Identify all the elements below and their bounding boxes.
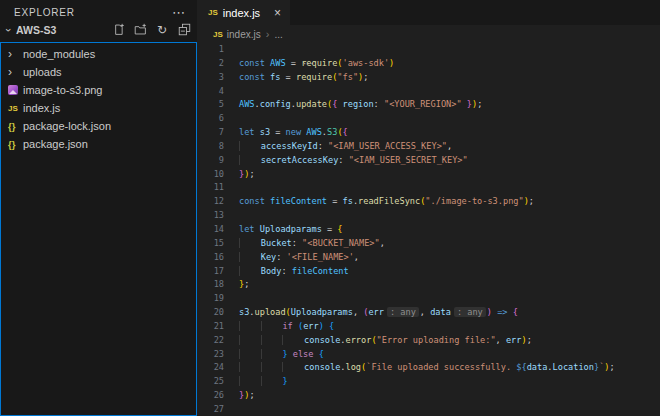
- tree-item-index.js[interactable]: JSindex.js: [1, 99, 196, 117]
- code-token: [261, 335, 283, 345]
- line-number: 21: [197, 320, 224, 334]
- code-token: ;: [610, 362, 615, 372]
- more-actions-icon[interactable]: ⋯: [172, 9, 185, 17]
- code-token: ;: [477, 99, 482, 109]
- section-title: AWS-S3: [16, 24, 111, 36]
- tree-item-uploads[interactable]: ›uploads: [1, 63, 196, 81]
- code-token: region: [343, 99, 374, 109]
- tab-index-js[interactable]: JS index.js ×: [197, 0, 290, 25]
- code-line[interactable]: 19: [197, 292, 660, 306]
- close-icon[interactable]: ×: [274, 6, 281, 20]
- code-token: [239, 376, 261, 386]
- code-token: Body: [261, 266, 282, 276]
- code-token: =: [286, 58, 302, 68]
- code-token: {: [329, 321, 334, 331]
- collapse-all-icon[interactable]: [177, 23, 191, 37]
- code-token: let: [239, 127, 255, 137]
- line-number: 24: [197, 361, 224, 375]
- code-line[interactable]: 12const fileContent = fs.readFileSync(".…: [197, 195, 660, 209]
- code-line[interactable]: 27: [197, 403, 660, 416]
- code-token: :: [338, 155, 348, 165]
- code-token: "<IAM_USER_ACCESS_KEY>": [328, 141, 447, 151]
- code-line[interactable]: 22 console.error("Error uploading file:"…: [197, 334, 660, 348]
- explorer-sidebar: EXPLORER ⋯ › AWS-S3 ↻ ›node_modules›uplo…: [0, 0, 197, 416]
- code-line[interactable]: 3const fs = require("fs");: [197, 71, 660, 85]
- js-file-icon: JS: [208, 8, 218, 17]
- code-line[interactable]: 8 accessKeyId: "<IAM_USER_ACCESS_KEY>",: [197, 140, 660, 154]
- code-token: AWS: [306, 127, 322, 137]
- breadcrumb-more[interactable]: ...: [274, 29, 282, 40]
- code-line[interactable]: 13: [197, 209, 660, 223]
- chevron-down-icon[interactable]: ›: [3, 25, 15, 35]
- code-token: Location: [553, 362, 594, 372]
- code-text: } else {: [239, 348, 324, 362]
- code-token: =: [327, 196, 343, 206]
- file-label: index.js: [23, 102, 60, 114]
- code-line[interactable]: 4: [197, 85, 660, 99]
- code-token: err: [506, 335, 522, 345]
- code-token: ): [389, 58, 394, 68]
- file-tree[interactable]: ›node_modules›uploadsimage-to-s3.pngJSin…: [0, 42, 197, 416]
- tree-item-package.json[interactable]: {}package.json: [1, 135, 196, 153]
- code-line[interactable]: 17 Body: fileContent: [197, 265, 660, 279]
- code-token: ;: [363, 72, 368, 82]
- tree-item-image-to-s3.png[interactable]: image-to-s3.png: [1, 81, 196, 99]
- breadcrumb: JS index.js › ...: [197, 25, 660, 43]
- line-number: 3: [197, 71, 224, 85]
- code-line[interactable]: 1: [197, 43, 660, 57]
- tree-item-package-lock.json[interactable]: {}package-lock.json: [1, 117, 196, 135]
- code-line[interactable]: 26});: [197, 389, 660, 403]
- new-file-icon[interactable]: [111, 23, 125, 37]
- code-token: err: [303, 321, 319, 331]
- code-token: ;: [527, 335, 532, 345]
- code-line[interactable]: 11: [197, 181, 660, 195]
- code-editor[interactable]: 12const AWS = require('aws-sdk')3const f…: [197, 43, 660, 416]
- code-line[interactable]: 24 console.log(`File uploaded successful…: [197, 361, 660, 375]
- code-line[interactable]: 9 secretAccessKey: "<IAM_USER_SECRET_KEY…: [197, 154, 660, 168]
- code-token: Key: [261, 252, 277, 262]
- chevron-right-icon: ›: [8, 65, 23, 79]
- code-text: }: [239, 375, 288, 389]
- refresh-icon[interactable]: ↻: [155, 23, 169, 37]
- code-line[interactable]: 6: [197, 112, 660, 126]
- code-line[interactable]: 2const AWS = require('aws-sdk'): [197, 57, 660, 71]
- code-line[interactable]: 14let Uploadparams = {: [197, 223, 660, 237]
- code-token: [239, 335, 261, 345]
- code-line[interactable]: 18};: [197, 278, 660, 292]
- line-number: 25: [197, 375, 224, 389]
- line-number: 4: [197, 85, 224, 99]
- code-token: [261, 362, 283, 372]
- code-token: ;: [249, 169, 254, 179]
- image-file-icon: [8, 85, 18, 95]
- code-text: let Uploadparams = {: [239, 223, 343, 237]
- file-label: package.json: [23, 138, 88, 150]
- inlay-hint: : any: [387, 307, 419, 317]
- code-token: [239, 266, 261, 276]
- code-token: const: [239, 58, 265, 68]
- code-line[interactable]: 10});: [197, 168, 660, 182]
- code-line[interactable]: 21 if (err) {: [197, 320, 660, 334]
- code-line[interactable]: 5AWS.config.update({ region: "<YOUR_REGI…: [197, 98, 660, 112]
- code-line[interactable]: 15 Bucket: "<BUCKET_NAME>",: [197, 237, 660, 251]
- line-number: 20: [197, 306, 224, 320]
- code-token: const: [239, 72, 265, 82]
- line-number: 2: [197, 57, 224, 71]
- code-line[interactable]: 16 Key: '<FILE_NAME>',: [197, 251, 660, 265]
- line-number: 8: [197, 140, 224, 154]
- code-line[interactable]: 7let s3 = new AWS.S3({: [197, 126, 660, 140]
- line-number: 13: [197, 209, 224, 223]
- new-folder-icon[interactable]: [133, 23, 147, 37]
- code-text: const AWS = require('aws-sdk'): [239, 57, 394, 71]
- code-line[interactable]: 20s3.upload(Uploadparams, (err: any, dat…: [197, 306, 660, 320]
- code-line[interactable]: 23 } else {: [197, 348, 660, 362]
- breadcrumb-file[interactable]: index.js: [227, 29, 261, 40]
- code-token: }: [282, 376, 287, 386]
- code-token: s3: [260, 127, 270, 137]
- code-line[interactable]: 25 }: [197, 375, 660, 389]
- code-token: :: [281, 266, 291, 276]
- code-token: [239, 321, 261, 331]
- code-token: =>: [492, 307, 513, 317]
- tree-item-node_modules[interactable]: ›node_modules: [1, 45, 196, 63]
- code-token: :: [318, 141, 328, 151]
- section-header[interactable]: › AWS-S3 ↻: [0, 21, 197, 38]
